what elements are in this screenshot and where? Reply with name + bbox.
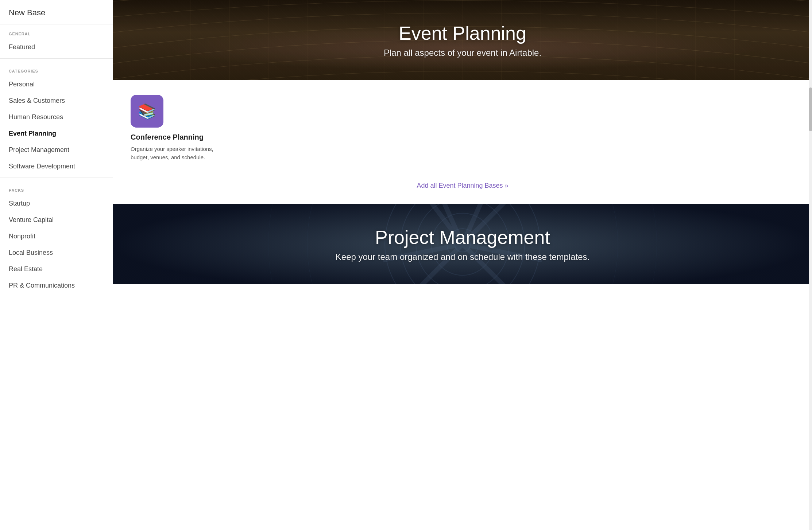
- sidebar-item-sales-customers[interactable]: Sales & Customers: [0, 93, 113, 109]
- conference-planning-card[interactable]: 📚 Conference Planning Organize your spea…: [131, 95, 225, 161]
- conference-planning-icon: 📚: [131, 95, 163, 128]
- divider-2: [0, 178, 113, 178]
- event-planning-hero-subtitle: Plan all aspects of your event in Airtab…: [384, 48, 541, 58]
- packs-section-label: PACKS: [0, 181, 113, 195]
- scrollbar-thumb[interactable]: [809, 87, 812, 131]
- book-icon: 📚: [138, 104, 156, 118]
- project-management-hero-subtitle: Keep your team organized and on schedule…: [336, 252, 589, 262]
- project-management-hero: Project Management Keep your team organi…: [113, 204, 812, 284]
- conference-planning-title: Conference Planning: [131, 133, 225, 141]
- sidebar-item-project-management[interactable]: Project Management: [0, 142, 113, 158]
- sidebar-item-pr-communications[interactable]: PR & Communications: [0, 277, 113, 294]
- event-planning-hero: Event Planning Plan all aspects of your …: [113, 0, 812, 80]
- sidebar-item-event-planning[interactable]: Event Planning: [0, 125, 113, 142]
- add-all-section: Add all Event Planning Bases »: [113, 176, 812, 204]
- conference-planning-desc: Organize your speaker invitations, budge…: [131, 145, 225, 161]
- event-planning-templates: 📚 Conference Planning Organize your spea…: [113, 80, 812, 176]
- sidebar-item-software-development[interactable]: Software Development: [0, 158, 113, 175]
- new-base-button[interactable]: New Base: [0, 0, 113, 24]
- sidebar-item-personal[interactable]: Personal: [0, 76, 113, 93]
- event-planning-hero-title: Event Planning: [384, 22, 541, 44]
- sidebar: New Base GENERAL Featured CATEGORIES Per…: [0, 0, 113, 530]
- sidebar-item-featured[interactable]: Featured: [0, 39, 113, 55]
- event-planning-hero-text: Event Planning Plan all aspects of your …: [369, 22, 556, 58]
- main-content: Event Planning Plan all aspects of your …: [113, 0, 812, 530]
- template-cards-list: 📚 Conference Planning Organize your spea…: [131, 95, 794, 161]
- general-section-label: GENERAL: [0, 24, 113, 39]
- add-all-event-planning-link[interactable]: Add all Event Planning Bases »: [417, 182, 508, 189]
- project-management-hero-text: Project Management Keep your team organi…: [321, 226, 604, 262]
- scrollbar-track: [809, 0, 812, 530]
- sidebar-item-real-estate[interactable]: Real Estate: [0, 261, 113, 277]
- sidebar-item-nonprofit[interactable]: Nonprofit: [0, 228, 113, 245]
- sidebar-item-venture-capital[interactable]: Venture Capital: [0, 212, 113, 228]
- sidebar-item-startup[interactable]: Startup: [0, 195, 113, 212]
- categories-section-label: CATEGORIES: [0, 62, 113, 76]
- project-management-hero-title: Project Management: [336, 226, 589, 248]
- sidebar-item-local-business[interactable]: Local Business: [0, 245, 113, 261]
- divider-1: [0, 58, 113, 59]
- sidebar-item-human-resources[interactable]: Human Resources: [0, 109, 113, 125]
